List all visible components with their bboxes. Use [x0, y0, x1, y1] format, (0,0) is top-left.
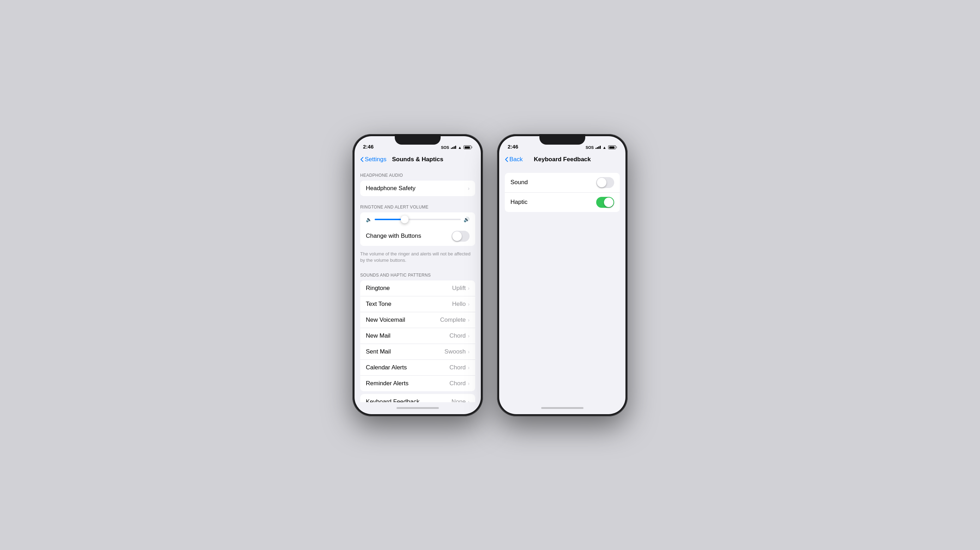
headphone-group: Headphone Safety › [360, 181, 475, 196]
headphone-safety-row[interactable]: Headphone Safety › [360, 181, 475, 196]
headphone-safety-label: Headphone Safety [366, 185, 468, 192]
calendar-alerts-value: Chord [449, 364, 466, 371]
sound-row[interactable]: Sound [505, 173, 620, 192]
calendar-alerts-label: Calendar Alerts [366, 364, 449, 371]
volume-slider-fill [375, 219, 405, 220]
content-1[interactable]: HEADPHONE AUDIO Headphone Safety › RINGT… [355, 167, 481, 402]
carrier-2: SOS [585, 145, 594, 149]
reminder-alerts-label: Reminder Alerts [366, 380, 449, 387]
battery-icon-2 [608, 145, 617, 149]
sound-label: Sound [511, 179, 596, 186]
ringtone-value: Uplift [452, 285, 466, 292]
volume-hint-text: The volume of the ringer and alerts will… [355, 249, 481, 267]
headphone-safety-chevron: › [468, 186, 469, 191]
volume-slider-track[interactable] [375, 219, 461, 220]
notch-2 [539, 134, 585, 145]
keyboard-feedback-chevron: › [468, 399, 469, 402]
reminder-alerts-value: Chord [449, 380, 466, 387]
new-voicemail-label: New Voicemail [366, 316, 440, 324]
section-headphone-header: HEADPHONE AUDIO [355, 167, 481, 181]
text-tone-value: Hello [452, 300, 466, 308]
haptic-toggle[interactable] [596, 197, 614, 208]
text-tone-row[interactable]: Text Tone Hello › [360, 296, 475, 312]
keyboard-feedback-row[interactable]: Keyboard Feedback None › [360, 394, 475, 402]
new-mail-value: Chord [449, 332, 466, 339]
wifi-icon-1: ▲ [458, 145, 462, 149]
sent-mail-chevron: › [468, 349, 469, 354]
section-volume-header: RINGTONE AND ALERT VOLUME [355, 199, 481, 212]
change-with-buttons-toggle[interactable] [452, 231, 469, 242]
sent-mail-label: Sent Mail [366, 348, 444, 355]
sound-toggle[interactable] [596, 177, 614, 188]
nav-bar-1: Settings Sounds & Haptics [355, 152, 481, 167]
content-2[interactable]: Sound Haptic [499, 167, 625, 402]
sounds-group: Ringtone Uplift › Text Tone Hello › New … [360, 280, 475, 391]
other-group: Keyboard Feedback None › Lock Sound [360, 394, 475, 402]
calendar-alerts-chevron: › [468, 365, 469, 370]
ringtone-label: Ringtone [366, 285, 452, 292]
battery-icon-1 [463, 145, 473, 149]
back-label-1: Settings [365, 156, 386, 163]
status-icons-1: SOS ▲ [441, 145, 473, 149]
home-bar-1 [396, 407, 439, 409]
new-mail-chevron: › [468, 333, 469, 339]
keyboard-feedback-group: Sound Haptic [505, 173, 620, 212]
change-with-buttons-row[interactable]: Change with Buttons [360, 226, 475, 246]
home-bar-2 [541, 407, 584, 409]
text-tone-label: Text Tone [366, 300, 452, 308]
reminder-alerts-chevron: › [468, 381, 469, 386]
screen-1: 2:46 SOS ▲ [355, 136, 481, 414]
wifi-icon-2: ▲ [603, 145, 606, 149]
sent-mail-row[interactable]: Sent Mail Swoosh › [360, 344, 475, 360]
back-button-1[interactable]: Settings [360, 156, 386, 163]
signal-icon-2 [595, 146, 601, 149]
sent-mail-value: Swoosh [444, 348, 466, 355]
status-icons-2: SOS ▲ [585, 145, 617, 149]
home-indicator-1 [355, 402, 481, 414]
text-tone-chevron: › [468, 301, 469, 307]
new-voicemail-chevron: › [468, 317, 469, 323]
volume-low-icon: 🔈 [366, 216, 372, 222]
status-time-1: 2:46 [363, 143, 374, 149]
toggle-knob [452, 231, 462, 241]
volume-slider-thumb[interactable] [401, 216, 409, 223]
home-indicator-2 [499, 402, 625, 414]
back-label-2: Back [509, 156, 523, 163]
notch-1 [395, 134, 441, 145]
screen-2: 2:46 SOS ▲ [499, 136, 625, 414]
keyboard-feedback-value: None [452, 398, 466, 402]
volume-group: 🔈 🔊 Change with Buttons [360, 212, 475, 246]
new-mail-row[interactable]: New Mail Chord › [360, 328, 475, 344]
ringtone-row[interactable]: Ringtone Uplift › [360, 280, 475, 296]
change-with-buttons-label: Change with Buttons [366, 232, 452, 240]
ringtone-chevron: › [468, 285, 469, 291]
haptic-toggle-knob [604, 197, 614, 207]
haptic-row[interactable]: Haptic [505, 192, 620, 212]
nav-title-2: Keyboard Feedback [534, 156, 591, 163]
nav-title-1: Sounds & Haptics [392, 156, 443, 163]
nav-bar-2: Back Keyboard Feedback [499, 152, 625, 167]
keyboard-feedback-label: Keyboard Feedback [366, 398, 452, 402]
phone-1: 2:46 SOS ▲ [352, 134, 483, 416]
volume-slider-row[interactable]: 🔈 🔊 [360, 212, 475, 226]
new-voicemail-row[interactable]: New Voicemail Complete › [360, 312, 475, 328]
carrier-1: SOS [441, 145, 449, 149]
new-voicemail-value: Complete [440, 316, 466, 324]
reminder-alerts-row[interactable]: Reminder Alerts Chord › [360, 376, 475, 391]
volume-high-icon: 🔊 [463, 216, 469, 222]
new-mail-label: New Mail [366, 332, 449, 339]
signal-icon-1 [451, 146, 456, 149]
calendar-alerts-row[interactable]: Calendar Alerts Chord › [360, 360, 475, 376]
phone-2: 2:46 SOS ▲ [497, 134, 628, 416]
status-time-2: 2:46 [508, 143, 518, 149]
haptic-label: Haptic [511, 199, 596, 206]
back-button-2[interactable]: Back [505, 156, 523, 163]
sound-toggle-knob [597, 178, 606, 188]
section-sounds-header: SOUNDS AND HAPTIC PATTERNS [355, 267, 481, 280]
